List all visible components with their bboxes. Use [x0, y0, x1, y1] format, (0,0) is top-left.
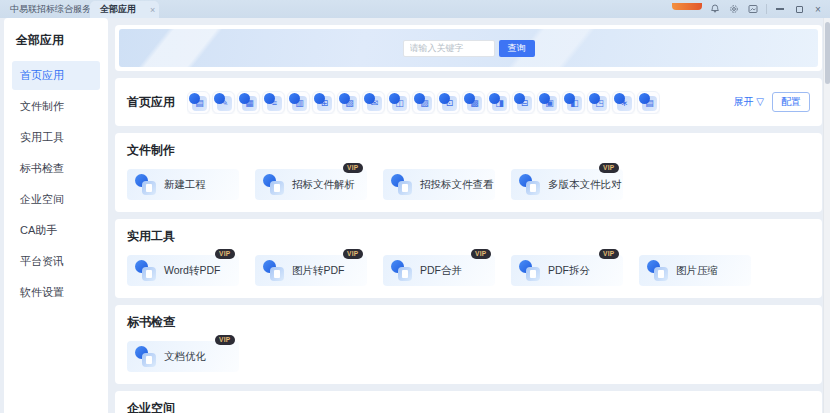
section-title: 企业空间 — [127, 400, 810, 413]
app-tile-15[interactable]: ▣ — [537, 91, 560, 114]
app-tile-12[interactable]: ▩ — [462, 91, 485, 114]
tab-close-icon[interactable]: × — [150, 5, 155, 15]
icon-square — [142, 353, 156, 367]
app-tile-badge-icon — [364, 93, 375, 104]
section-0: 文件制作新建工程招标文件解析VIP招投标文件查看多版本文件比对VIP — [115, 133, 822, 212]
app-window: 中易联招标综合服务... 全部应用 × × 全部应用 首页应 — [0, 0, 830, 413]
minimize-icon[interactable] — [774, 3, 786, 15]
titlebar: 中易联招标综合服务... 全部应用 × × — [0, 0, 830, 18]
sidebar-title: 全部应用 — [12, 26, 100, 61]
app-card[interactable]: Word转PDFVIP — [127, 255, 239, 286]
icon-square — [270, 181, 284, 195]
app-tile-badge-icon — [264, 93, 275, 104]
sidebar-item-2[interactable]: 实用工具 — [12, 123, 100, 152]
sidebar-item-1[interactable]: 文件制作 — [12, 92, 100, 121]
document-icon — [658, 270, 664, 278]
app-tile-7[interactable]: ▧ — [337, 91, 360, 114]
sidebar-item-6[interactable]: 平台资讯 — [12, 247, 100, 276]
banner-panel: 查询 — [115, 25, 822, 71]
vip-badge: VIP — [599, 249, 619, 259]
promo-ribbon[interactable] — [672, 3, 702, 10]
bell-icon[interactable] — [709, 3, 721, 15]
app-card-icon — [263, 174, 284, 195]
vertical-scrollbar[interactable] — [823, 18, 830, 413]
app-card-label: 招投标文件查看 — [420, 178, 494, 192]
section-cards: Word转PDFVIP图片转PDFVIPPDF合并VIPPDF拆分VIP图片压缩 — [127, 255, 810, 286]
sections-container: 文件制作新建工程招标文件解析VIP招投标文件查看多版本文件比对VIP实用工具Wo… — [115, 133, 822, 413]
app-tile-19[interactable]: ▤ — [637, 91, 660, 114]
scrollbar-thumb[interactable] — [825, 22, 830, 84]
app-card-label: 图片压缩 — [676, 264, 718, 278]
app-tile-10[interactable]: ▨ — [412, 91, 435, 114]
app-tile-badge-icon — [564, 93, 575, 104]
app-tile-18[interactable]: ∗ — [612, 91, 635, 114]
app-tile-11[interactable]: ⊡ — [437, 91, 460, 114]
app-card[interactable]: 多版本文件比对VIP — [511, 169, 623, 200]
app-card-icon — [519, 260, 540, 281]
expand-link[interactable]: 展开 ▽ — [734, 95, 764, 109]
section-1: 实用工具Word转PDFVIP图片转PDFVIPPDF合并VIPPDF拆分VIP… — [115, 219, 822, 298]
sidebar-item-7[interactable]: 软件设置 — [12, 278, 100, 307]
app-tile-badge-icon — [289, 93, 300, 104]
home-apps-actions: 展开 ▽ 配置 — [734, 92, 810, 112]
icon-square — [654, 267, 668, 281]
vip-badge: VIP — [471, 249, 491, 259]
tab-label: 全部应用 — [100, 3, 136, 16]
app-card[interactable]: PDF拆分VIP — [511, 255, 623, 286]
app-card[interactable]: PDF合并VIP — [383, 255, 495, 286]
app-tile-16[interactable]: ◧ — [562, 91, 585, 114]
sidebar-item-3[interactable]: 标书检查 — [12, 154, 100, 183]
app-card-label: 招标文件解析 — [292, 178, 355, 192]
vip-badge: VIP — [215, 249, 235, 259]
app-tile-9[interactable]: ◫ — [387, 91, 410, 114]
app-tile-5[interactable]: ▥ — [287, 91, 310, 114]
configure-button[interactable]: 配置 — [772, 92, 810, 112]
app-card[interactable]: 文档优化VIP — [127, 341, 239, 372]
sidebar-item-5[interactable]: CA助手 — [12, 216, 100, 245]
app-tile-17[interactable]: ◳ — [587, 91, 610, 114]
home-apps-panel: 首页应用 ▤✎▦≡▥⊞▧✉◫▨⊡▩◨⊟▣◧◳∗▤ 展开 ▽ 配置 — [115, 78, 822, 126]
document-icon — [274, 270, 280, 278]
app-card[interactable]: 招投标文件查看 — [383, 169, 495, 200]
document-icon — [146, 184, 152, 192]
section-cards: 新建工程招标文件解析VIP招投标文件查看多版本文件比对VIP — [127, 169, 810, 200]
document-icon — [146, 270, 152, 278]
app-tile-14[interactable]: ⊟ — [512, 91, 535, 114]
app-tile-badge-icon — [539, 93, 550, 104]
app-card[interactable]: 图片压缩 — [639, 255, 751, 286]
app-tile-badge-icon — [389, 93, 400, 104]
app-tile-6[interactable]: ⊞ — [312, 91, 335, 114]
app-tile-8[interactable]: ✉ — [362, 91, 385, 114]
app-tile-badge-icon — [189, 93, 200, 104]
app-card-icon — [135, 346, 156, 367]
app-card-icon — [135, 260, 156, 281]
app-tile-4[interactable]: ≡ — [262, 91, 285, 114]
gear-icon[interactable] — [728, 3, 740, 15]
app-card-icon — [263, 260, 284, 281]
document-icon — [402, 184, 408, 192]
tab-label: 中易联招标综合服务... — [10, 3, 90, 16]
icon-square — [526, 267, 540, 281]
app-tile-badge-icon — [489, 93, 500, 104]
maximize-icon[interactable] — [793, 3, 805, 15]
app-tile-1[interactable]: ▤ — [187, 91, 210, 114]
app-card[interactable]: 图片转PDFVIP — [255, 255, 367, 286]
sidebar-item-4[interactable]: 企业空间 — [12, 185, 100, 214]
app-tile-badge-icon — [589, 93, 600, 104]
tab-all-apps[interactable]: 全部应用 × — [90, 1, 159, 18]
tab-main-platform[interactable]: 中易联招标综合服务... — [0, 0, 90, 18]
screenshot-icon[interactable] — [747, 3, 759, 15]
app-card[interactable]: 招标文件解析VIP — [255, 169, 367, 200]
search-input[interactable] — [403, 40, 495, 57]
document-icon — [530, 184, 536, 192]
app-tile-2[interactable]: ✎ — [212, 91, 235, 114]
app-tile-3[interactable]: ▦ — [237, 91, 260, 114]
app-tile-badge-icon — [614, 93, 625, 104]
sidebar-item-0[interactable]: 首页应用 — [12, 61, 100, 90]
app-card[interactable]: 新建工程 — [127, 169, 239, 200]
app-tile-13[interactable]: ◨ — [487, 91, 510, 114]
search-button[interactable]: 查询 — [499, 40, 535, 57]
app-tile-badge-icon — [239, 93, 250, 104]
app-card-label: 文档优化 — [164, 350, 206, 364]
close-icon[interactable]: × — [812, 3, 824, 15]
